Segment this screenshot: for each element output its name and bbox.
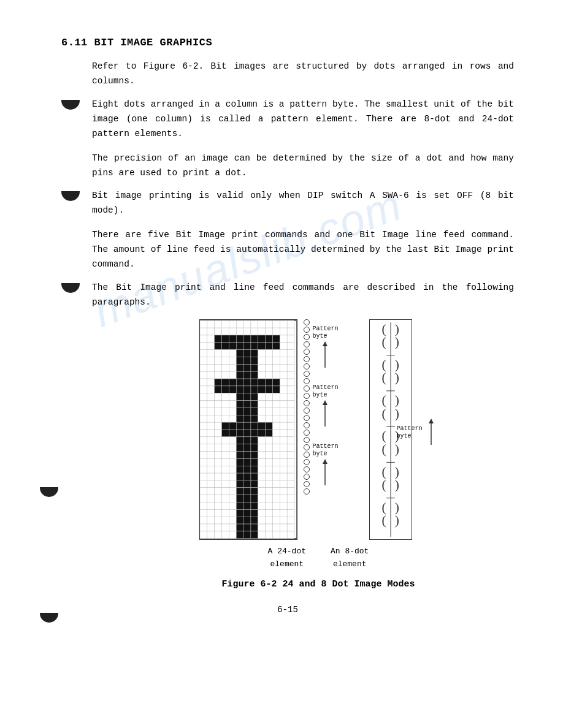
- bullet-shape-1: [61, 100, 80, 110]
- svg-rect-93: [207, 371, 215, 379]
- svg-rect-112: [251, 379, 258, 386]
- svg-rect-219: [273, 437, 280, 444]
- pattern-byte-label-2: Patternbyte: [312, 384, 338, 399]
- dot: [304, 393, 310, 399]
- svg-rect-194: [280, 422, 288, 430]
- svg-rect-13: [288, 320, 295, 328]
- svg-rect-140: [266, 393, 273, 401]
- arrow-label-3: Patternbyte: [312, 443, 338, 488]
- svg-rect-265: [229, 466, 237, 473]
- svg-rect-99: [251, 371, 258, 379]
- svg-rect-2: [207, 320, 215, 328]
- svg-rect-82: [222, 364, 229, 371]
- svg-rect-22: [258, 328, 266, 335]
- svg-rect-285: [280, 473, 288, 480]
- svg-rect-107: [215, 379, 222, 386]
- svg-rect-181: [280, 415, 288, 422]
- svg-rect-136: [237, 393, 244, 401]
- svg-rect-108: [222, 379, 229, 386]
- svg-rect-375: [273, 524, 280, 531]
- svg-rect-96: [229, 371, 237, 379]
- dot: [304, 319, 310, 325]
- svg-rect-104: [288, 371, 295, 379]
- svg-rect-292: [237, 480, 244, 488]
- svg-rect-164: [251, 408, 258, 415]
- svg-rect-134: [222, 393, 229, 401]
- svg-rect-296: [266, 480, 273, 488]
- svg-rect-210: [207, 437, 215, 444]
- svg-rect-234: [288, 444, 295, 452]
- svg-rect-68: [215, 357, 222, 364]
- svg-rect-171: [207, 415, 215, 422]
- dip-switch-block: Bit image printing is valid only when DI…: [61, 189, 514, 218]
- svg-rect-326: [200, 502, 207, 509]
- svg-rect-323: [273, 495, 280, 502]
- svg-rect-278: [229, 473, 237, 480]
- svg-rect-172: [215, 415, 222, 422]
- svg-rect-3: [215, 320, 222, 328]
- caption-row: A 24-dot element An 8-dot element: [268, 545, 369, 571]
- svg-rect-224: [215, 444, 222, 452]
- svg-rect-73: [251, 357, 258, 364]
- svg-marker-392: [323, 341, 327, 346]
- arrow-svg-1: [319, 340, 331, 371]
- svg-rect-92: [200, 371, 207, 379]
- svg-rect-106: [207, 379, 215, 386]
- svg-rect-305: [237, 488, 244, 495]
- svg-rect-40: [200, 343, 207, 350]
- svg-rect-250: [215, 458, 222, 466]
- svg-rect-262: [207, 466, 215, 473]
- svg-rect-15: [207, 328, 215, 335]
- svg-rect-48: [258, 343, 266, 350]
- svg-rect-43: [222, 343, 229, 350]
- svg-rect-187: [229, 422, 237, 430]
- svg-rect-380: [215, 531, 222, 539]
- svg-rect-257: [266, 458, 273, 466]
- svg-rect-75: [266, 357, 273, 364]
- svg-rect-111: [244, 379, 251, 386]
- svg-text:(: (: [381, 442, 386, 457]
- svg-text:(: (: [381, 335, 386, 349]
- svg-rect-212: [222, 437, 229, 444]
- svg-rect-379: [207, 531, 215, 539]
- svg-rect-261: [200, 466, 207, 473]
- svg-rect-87: [258, 364, 266, 371]
- svg-rect-373: [258, 524, 266, 531]
- svg-rect-372: [251, 524, 258, 531]
- grid-24dot-svg: // This will be drawn via JS below: [199, 319, 297, 540]
- svg-rect-35: [258, 335, 266, 343]
- svg-rect-337: [280, 502, 288, 509]
- figure-area: // This will be drawn via JS below: [123, 316, 514, 593]
- svg-rect-83: [229, 364, 237, 371]
- dot: [304, 356, 310, 362]
- svg-rect-53: [200, 350, 207, 357]
- svg-rect-65: [288, 350, 295, 357]
- svg-text:): ): [395, 477, 399, 492]
- dot: [304, 415, 310, 421]
- svg-rect-309: [266, 488, 273, 495]
- svg-rect-360: [258, 517, 266, 524]
- svg-rect-282: [258, 473, 266, 480]
- dot: [304, 408, 310, 414]
- svg-rect-328: [215, 502, 222, 509]
- svg-rect-57: [229, 350, 237, 357]
- dot: [304, 474, 310, 480]
- svg-rect-279: [237, 473, 244, 480]
- svg-rect-17: [222, 328, 229, 335]
- svg-rect-161: [229, 408, 237, 415]
- svg-rect-123: [237, 386, 244, 393]
- svg-rect-8: [251, 320, 258, 328]
- svg-rect-59: [244, 350, 251, 357]
- svg-rect-298: [280, 480, 288, 488]
- svg-rect-158: [207, 408, 215, 415]
- svg-rect-27: [200, 335, 207, 343]
- svg-rect-37: [273, 335, 280, 343]
- arrow-svg-3: [319, 458, 331, 488]
- pattern-byte-label-3: Patternbyte: [312, 443, 338, 458]
- svg-rect-85: [244, 364, 251, 371]
- svg-rect-143: [288, 393, 295, 401]
- svg-rect-300: [200, 488, 207, 495]
- svg-rect-354: [215, 517, 222, 524]
- svg-rect-175: [237, 415, 244, 422]
- svg-rect-90: [280, 364, 288, 371]
